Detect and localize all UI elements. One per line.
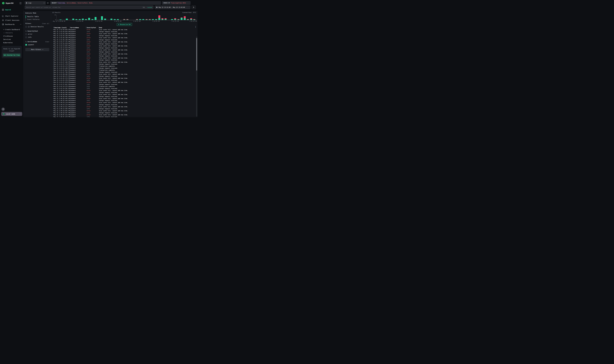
- filter-option-payment[interactable]: payment: [25, 43, 49, 46]
- row-expand-icon[interactable]: ›: [52, 49, 53, 51]
- histogram-bar[interactable]: [161, 18, 163, 20]
- mode-results-table[interactable]: Results Table: [26, 15, 49, 18]
- row-expand-icon[interactable]: ›: [52, 55, 53, 57]
- histogram-bar[interactable]: [184, 16, 186, 20]
- histogram-bar[interactable]: [174, 18, 176, 20]
- log-row[interactable]: ›May 15 1:41:53.274 PMpaymentinfoTransac…: [51, 65, 197, 67]
- row-expand-icon[interactable]: ›: [52, 69, 53, 71]
- log-row[interactable]: ›May 15 1:42:36.188 PMpaymenterrorVisa c…: [51, 37, 197, 39]
- account-menu[interactable]: U Local mode: [1, 112, 22, 116]
- histogram-bar[interactable]: [136, 19, 138, 20]
- log-row[interactable]: ›May 15 1:41:25.370 PMpaymentinfoCharge …: [51, 79, 197, 81]
- histogram-bar[interactable]: [158, 15, 160, 20]
- row-expand-icon[interactable]: ›: [52, 110, 53, 111]
- chart-plot[interactable]: [56, 15, 197, 20]
- log-row[interactable]: ›May 15 1:40:44.563 PMpaymenterrorVisa c…: [51, 90, 197, 91]
- row-expand-icon[interactable]: ›: [52, 62, 53, 63]
- log-row[interactable]: ›May 15 1:41:14.361 PMpaymentinfoCharge …: [51, 87, 197, 90]
- row-expand-icon[interactable]: ›: [52, 82, 53, 83]
- column-resize-handle[interactable]: [69, 27, 70, 28]
- log-row[interactable]: ›May 15 1:40:26.445 PMpaymenterrorVisa c…: [51, 97, 197, 100]
- log-row[interactable]: ›May 15 1:42:05.460 PMpaymenterrorVisa c…: [51, 49, 197, 51]
- row-expand-icon[interactable]: ›: [52, 43, 53, 44]
- histogram-bar[interactable]: [190, 18, 192, 20]
- log-row[interactable]: ›May 15 1:40:10.601 PMpaymenterrorVisa c…: [51, 110, 197, 112]
- collapse-sidebar-icon[interactable]: [20, 2, 22, 4]
- col-header-body[interactable]: Body: [99, 27, 197, 28]
- log-row[interactable]: ›May 15 1:41:14.373 PMpaymentinfoTransac…: [51, 85, 197, 87]
- log-row[interactable]: ›May 15 1:41:30.275 PMpaymentinfoCharge …: [51, 75, 197, 77]
- row-expand-icon[interactable]: ›: [52, 33, 53, 34]
- row-expand-icon[interactable]: ›: [52, 100, 53, 101]
- row-expand-icon[interactable]: ›: [52, 96, 53, 97]
- clear-facet-link[interactable]: Clear: [45, 41, 49, 42]
- row-expand-icon[interactable]: ›: [52, 76, 53, 77]
- row-expand-icon[interactable]: ›: [52, 53, 53, 54]
- histogram-bar[interactable]: [76, 19, 77, 20]
- log-row[interactable]: ›May 15 1:41:30.283 PMpaymenterrorVisa c…: [51, 73, 197, 75]
- histogram-bar[interactable]: [127, 19, 128, 20]
- histogram-bar[interactable]: [117, 19, 119, 20]
- log-row[interactable]: ›May 15 1:40:10.597 PMpaymentinfoCharge …: [51, 112, 197, 114]
- histogram-bar[interactable]: [72, 19, 74, 20]
- sidebar-item-client-sessions[interactable]: Client Sessions: [0, 18, 24, 22]
- search-input[interactable]: [25, 6, 153, 9]
- col-header-severitytext[interactable]: SeverityText: [87, 27, 99, 28]
- error-checkbox[interactable]: [25, 33, 27, 35]
- log-row[interactable]: ›May 15 1:40:44.546 PMpaymentinfoCharge …: [51, 91, 197, 93]
- log-row[interactable]: ›May 15 1:41:21.678 PMpaymenterrorVisa c…: [51, 81, 197, 83]
- log-row[interactable]: ›May 15 1:41:21.652 PMpaymentinfoCharge …: [51, 83, 197, 85]
- histogram-bar[interactable]: [187, 19, 189, 20]
- row-expand-icon[interactable]: ›: [52, 106, 53, 107]
- column-resize-handle[interactable]: [98, 27, 99, 28]
- row-expand-icon[interactable]: ›: [52, 31, 53, 32]
- log-row[interactable]: ›May 15 1:42:04.392 PMpaymenterrorVisa c…: [51, 53, 197, 55]
- log-row[interactable]: ›May 15 1:42:27.131 PMpaymenterrorVisa c…: [51, 41, 197, 43]
- row-expand-icon[interactable]: ›: [52, 84, 53, 85]
- histogram-bar[interactable]: [95, 17, 96, 20]
- create-dashboard-button[interactable]: + Create Dashboard: [0, 28, 24, 31]
- sidebar-item-search[interactable]: Search: [0, 8, 24, 12]
- row-expand-icon[interactable]: ›: [52, 35, 53, 36]
- log-row[interactable]: ›May 15 1:41:53.260 PMpaymentinfoCharge …: [51, 67, 197, 69]
- col-header-servicename[interactable]: ServiceName: [70, 27, 87, 28]
- mode-event-patterns[interactable]: Event Patterns: [26, 18, 49, 21]
- denoise-checkbox[interactable]: [25, 26, 27, 27]
- log-row[interactable]: ›May 15 1:42:05.450 PMpaymentinfoCharge …: [51, 51, 197, 53]
- log-row[interactable]: ›May 15 1:40:07.413 PMpaymenterrorVisa c…: [51, 114, 197, 116]
- histogram-bar[interactable]: [123, 19, 125, 20]
- histogram-bar[interactable]: [79, 19, 81, 20]
- histogram-bar[interactable]: [165, 18, 167, 20]
- log-row[interactable]: ›May 15 1:42:26.920 PMpaymentinfoCharge …: [51, 43, 197, 45]
- histogram-bar[interactable]: [101, 16, 103, 20]
- log-row[interactable]: ›May 15 1:42:43.336 PMpaymentinfoCharge …: [51, 35, 197, 37]
- help-button[interactable]: ?: [1, 108, 5, 111]
- histogram-bar[interactable]: [146, 19, 147, 20]
- row-expand-icon[interactable]: ›: [52, 37, 53, 38]
- log-row[interactable]: ›May 15 1:40:38.466 PMpaymenterrorVisa c…: [51, 93, 197, 95]
- log-row[interactable]: ›May 15 1:40:38.462 PMpaymentinfoCharge …: [51, 95, 197, 97]
- histogram-bar[interactable]: [110, 19, 112, 20]
- log-row[interactable]: ›May 15 1:42:01.824 PMpaymenterrorVisa c…: [51, 57, 197, 59]
- row-expand-icon[interactable]: ›: [52, 65, 53, 67]
- row-expand-icon[interactable]: ›: [52, 90, 53, 91]
- row-expand-icon[interactable]: ›: [52, 88, 53, 89]
- log-row[interactable]: ›May 15 1:42:43.360 PMpaymenterrorVisa c…: [51, 33, 197, 35]
- sidebar-item-services[interactable]: Services: [0, 38, 24, 41]
- log-row[interactable]: ›May 15 1:40:24.219 PMpaymenterrorVisa c…: [51, 102, 197, 104]
- histogram-bar[interactable]: [60, 20, 62, 20]
- histogram-bar[interactable]: [88, 18, 90, 20]
- column-resize-handle[interactable]: [86, 27, 86, 28]
- log-row[interactable]: ›May 15 1:42:01.814 PMpaymentinfoCharge …: [51, 59, 197, 61]
- row-expand-icon[interactable]: ›: [52, 78, 53, 79]
- scrollbar-track[interactable]: [196, 37, 197, 117]
- log-row[interactable]: ›May 15 1:42:13.055 PMpaymenterrorVisa c…: [51, 45, 197, 47]
- row-expand-icon[interactable]: ›: [52, 74, 53, 75]
- histogram-bar[interactable]: [155, 19, 157, 20]
- histogram-bar[interactable]: [104, 19, 106, 20]
- row-expand-icon[interactable]: ›: [52, 104, 53, 105]
- log-row[interactable]: ›May 15 1:40:14.511 PMpaymenterrorVisa c…: [51, 106, 197, 108]
- row-expand-icon[interactable]: ›: [52, 45, 53, 46]
- log-row[interactable]: ›May 15 1:40:24.214 PMpaymentinfoCharge …: [51, 104, 197, 105]
- more-filters-button[interactable]: More filters: [25, 48, 49, 51]
